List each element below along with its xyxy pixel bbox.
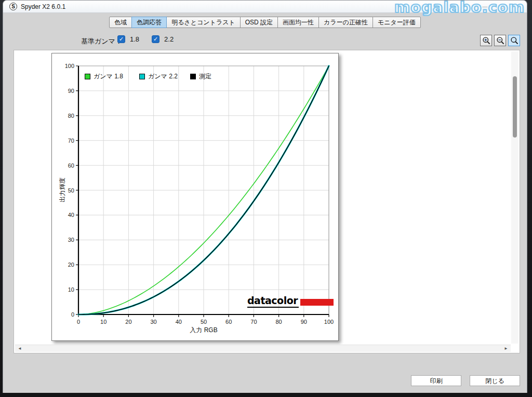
print-button[interactable]: 印刷 xyxy=(411,375,461,386)
legend-label-0: ガンマ 1.8 xyxy=(94,72,123,81)
legend-swatch-1 xyxy=(139,74,145,79)
svg-text:30: 30 xyxy=(68,237,74,243)
datacolor-logo-text: datacolor xyxy=(247,296,299,308)
svg-text:0: 0 xyxy=(77,319,80,325)
svg-text:80: 80 xyxy=(275,319,282,325)
svg-text:70: 70 xyxy=(250,319,257,325)
zoom-out-button[interactable] xyxy=(494,35,506,46)
watermark: mogalabo.com xyxy=(394,0,525,16)
svg-text:40: 40 xyxy=(176,319,182,325)
svg-text:60: 60 xyxy=(68,162,74,169)
vertical-scrollbar[interactable] xyxy=(511,51,518,344)
tab-6[interactable]: モニター評価 xyxy=(373,17,421,28)
tab-3[interactable]: OSD 設定 xyxy=(240,17,278,28)
close-button[interactable]: 閉じる xyxy=(470,375,520,386)
legend-item-2: 測定 xyxy=(190,72,211,81)
svg-text:50: 50 xyxy=(201,319,207,325)
legend-item-1: ガンマ 2.2 xyxy=(139,72,178,81)
svg-text:20: 20 xyxy=(125,319,131,325)
x-axis-label: 入力 RGB xyxy=(190,326,217,335)
legend-swatch-0 xyxy=(85,74,90,79)
datacolor-logo: datacolor xyxy=(247,296,334,308)
gamma-checkbox-group: ✓1.8✓2.2 xyxy=(117,35,174,43)
svg-text:60: 60 xyxy=(225,319,232,325)
gamma-2.2-label: 2.2 xyxy=(164,35,174,43)
legend-item-0: ガンマ 1.8 xyxy=(85,72,123,81)
svg-text:30: 30 xyxy=(150,319,156,325)
tab-bar: 色域色調応答明るさとコントラストOSD 設定画面均一性カラーの正確性モニター評価 xyxy=(3,17,527,28)
reference-gamma-label: 基準ガンマ： xyxy=(81,37,122,46)
datacolor-logo-red-bar xyxy=(300,299,334,306)
gamma-1.8-label: 1.8 xyxy=(130,35,139,43)
chart-scroll-area: 0102030405060708090100010203040506070809… xyxy=(14,50,520,353)
svg-text:70: 70 xyxy=(68,138,74,144)
tab-5[interactable]: カラーの正確性 xyxy=(318,17,373,28)
svg-text:100: 100 xyxy=(324,319,334,325)
svg-text:40: 40 xyxy=(68,212,74,218)
tab-4[interactable]: 画面均一性 xyxy=(277,17,319,28)
svg-text:90: 90 xyxy=(68,88,74,94)
svg-text:20: 20 xyxy=(68,262,74,268)
vertical-scrollbar-thumb[interactable] xyxy=(513,76,517,138)
gamma-1.8-checkbox[interactable]: ✓ xyxy=(117,35,125,43)
app-icon: S xyxy=(9,3,17,10)
legend-swatch-2 xyxy=(190,74,196,79)
gamma-2.2-checkbox[interactable]: ✓ xyxy=(152,35,159,43)
svg-text:50: 50 xyxy=(68,187,74,194)
titlebar: S Spyder X2 6.0.1 — ▢ ✕ mogalabo.com xyxy=(3,1,527,13)
app-window: S Spyder X2 6.0.1 — ▢ ✕ mogalabo.com 色域色… xyxy=(3,0,527,393)
zoom-reset-icon xyxy=(510,36,518,45)
zoom-button-group xyxy=(480,35,520,46)
tab-1-selected[interactable]: 色調応答 xyxy=(131,17,167,28)
svg-text:100: 100 xyxy=(65,63,74,69)
window-title: Spyder X2 6.0.1 xyxy=(21,3,65,10)
horizontal-scrollbar[interactable]: ◄ ► xyxy=(15,345,511,352)
svg-text:0: 0 xyxy=(71,311,74,318)
chart-box: 0102030405060708090100010203040506070809… xyxy=(51,53,339,341)
scroll-right-arrow-icon[interactable]: ► xyxy=(504,346,508,351)
legend-label-1: ガンマ 2.2 xyxy=(148,72,178,81)
zoom-reset-button[interactable] xyxy=(508,35,520,46)
zoom-in-icon xyxy=(482,36,490,45)
scroll-left-arrow-icon[interactable]: ◄ xyxy=(18,346,22,351)
svg-text:90: 90 xyxy=(301,319,307,325)
legend-label-2: 測定 xyxy=(199,72,211,81)
y-axis-label: 出力輝度 xyxy=(58,177,67,202)
svg-text:10: 10 xyxy=(68,286,74,293)
tab-0[interactable]: 色域 xyxy=(109,17,132,28)
svg-text:10: 10 xyxy=(100,319,107,325)
zoom-out-icon xyxy=(496,36,504,45)
zoom-in-button[interactable] xyxy=(480,35,492,46)
svg-text:80: 80 xyxy=(68,113,74,119)
tab-2[interactable]: 明るさとコントラスト xyxy=(166,17,241,28)
